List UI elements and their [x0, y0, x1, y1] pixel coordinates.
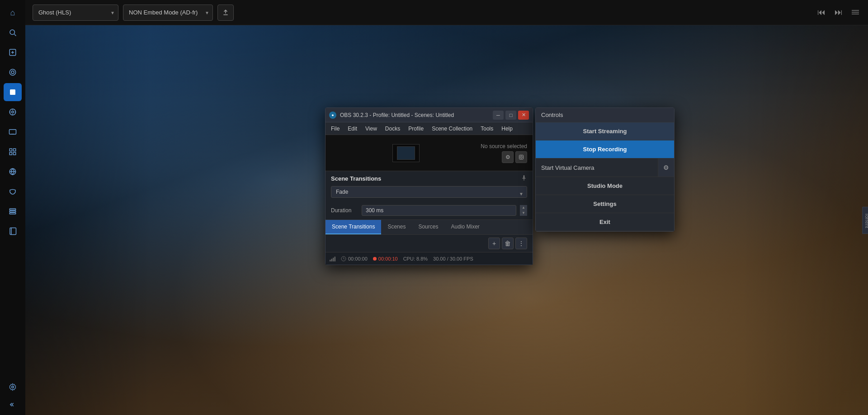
sidebar-icon-layers[interactable] [4, 202, 22, 220]
top-bar-left: Ghost (HLS)Ghost (RTMP)Direct Stream ▼ N… [33, 5, 234, 21]
obs-section-header: Scene Transitions [331, 175, 527, 182]
next-button[interactable]: ⏭ [833, 6, 844, 19]
sidebar-icon-circle[interactable] [4, 63, 22, 81]
obs-menubar: File Edit View Docks Profile Scene Colle… [326, 122, 533, 135]
svg-rect-33 [524, 175, 524, 178]
obs-tab-sources[interactable]: Sources [412, 220, 444, 234]
svg-line-1 [14, 34, 16, 36]
obs-statusbar: 00:00:00 00:00:10 CPU: 8.8% 30.00 / 30.0… [326, 252, 533, 265]
sidebar-collapse-button[interactable] [4, 398, 22, 411]
sidebar-icon-home[interactable]: ⌂ [4, 4, 22, 22]
expand-button[interactable] [850, 6, 861, 19]
svg-point-6 [11, 71, 14, 74]
obs-source-btn[interactable] [515, 151, 527, 163]
sidebar-icon-wheel[interactable] [4, 103, 22, 121]
sidebar-icon-tv[interactable] [4, 123, 22, 141]
obs-duration-row: Duration ▲ ▼ [331, 205, 527, 216]
obs-preview-area: No source selected ⚙ [326, 135, 533, 171]
obs-remove-button[interactable]: 🗑 [502, 238, 514, 249]
obs-menu-profile[interactable]: Profile [405, 124, 427, 133]
obs-mini-preview [392, 144, 420, 162]
sidebar-icon-grid[interactable] [4, 143, 22, 161]
sidebar: ⌂ [0, 0, 25, 415]
obs-tab-audio-mixer[interactable]: Audio Mixer [444, 220, 486, 234]
studio-mode-button[interactable]: Studio Mode [536, 177, 674, 195]
sidebar-icon-add[interactable] [4, 43, 22, 61]
sidebar-icon-book[interactable] [4, 222, 22, 240]
obs-cpu-status: CPU: 8.8% [403, 256, 428, 261]
upload-button[interactable] [217, 5, 234, 21]
exit-button[interactable]: Exit [536, 213, 674, 231]
obs-menu-scene-collection[interactable]: Scene Collection [428, 124, 476, 133]
obs-menu-view[interactable]: View [362, 124, 381, 133]
prev-button[interactable]: ⏮ [816, 6, 827, 19]
obs-duration-spinners: ▲ ▼ [520, 205, 527, 216]
svg-rect-36 [333, 257, 334, 261]
obs-maximize-button[interactable]: □ [505, 111, 516, 120]
svg-point-9 [12, 111, 14, 113]
obs-transition-type-wrapper: Fade ▼ [331, 186, 527, 201]
obs-menu-docks[interactable]: Docks [382, 124, 404, 133]
obs-pin-button[interactable] [521, 175, 527, 182]
obs-duration-down[interactable]: ▼ [520, 210, 527, 216]
mode-dropdown[interactable]: NON Embed Mode (AD-fr)Embed ModeDirect M… [123, 5, 213, 21]
obs-tab-scenes[interactable]: Scenes [381, 220, 412, 234]
svg-point-26 [12, 386, 14, 388]
svg-rect-31 [519, 155, 524, 159]
sidebar-icon-square[interactable] [4, 83, 22, 101]
svg-point-5 [9, 69, 16, 75]
obs-settings-btn[interactable]: ⚙ [502, 151, 514, 163]
obs-menu-edit[interactable]: Edit [344, 124, 361, 133]
svg-rect-14 [9, 130, 16, 135]
obs-more-button[interactable]: ⋮ [515, 238, 527, 249]
obs-window: ● OBS 30.2.3 - Profile: Untitled - Scene… [325, 107, 533, 265]
virtual-camera-settings-button[interactable]: ⚙ [658, 159, 674, 177]
obs-window-buttons: ─ □ ✕ [493, 111, 529, 120]
obs-add-button[interactable]: + [488, 238, 500, 249]
sidebar-icon-mask[interactable] [4, 182, 22, 201]
obs-title: OBS 30.2.3 - Profile: Untitled - Scenes:… [340, 112, 489, 118]
obs-menu-help[interactable]: Help [498, 124, 516, 133]
sidebar-icon-settings[interactable] [4, 378, 22, 396]
top-bar-right: ⏮ ⏭ [816, 6, 861, 19]
obs-fps-status: 30.00 / 30.00 FPS [433, 256, 473, 261]
obs-duration-up[interactable]: ▲ [520, 205, 527, 210]
obs-signal-status [329, 256, 335, 262]
controls-panel: Controls Start Streaming Stop Recording … [535, 107, 675, 232]
obs-titlebar: ● OBS 30.2.3 - Profile: Untitled - Scene… [326, 108, 533, 122]
obs-record-time: 00:00:10 [378, 256, 398, 261]
svg-rect-24 [9, 213, 16, 214]
obs-duration-label: Duration [331, 207, 358, 214]
obs-no-source-label: No source selected [481, 143, 527, 149]
obs-transition-type-dropdown[interactable]: Fade [331, 186, 527, 198]
obs-tab-scene-transitions[interactable]: Scene Transitions [326, 220, 381, 234]
torrent-tab[interactable]: Torrent [862, 206, 868, 233]
obs-toolbar: + 🗑 ⋮ [326, 235, 533, 252]
sidebar-icon-search[interactable] [4, 23, 22, 42]
sidebar-icon-globe[interactable] [4, 163, 22, 181]
profile-dropdown-wrapper: Ghost (HLS)Ghost (RTMP)Direct Stream ▼ [33, 5, 118, 21]
profile-dropdown[interactable]: Ghost (HLS)Ghost (RTMP)Direct Stream [33, 5, 118, 21]
obs-menu-tools[interactable]: Tools [477, 124, 497, 133]
obs-cpu-value: CPU: 8.8% [403, 256, 428, 261]
mode-dropdown-wrapper: NON Embed Mode (AD-fr)Embed ModeDirect M… [123, 5, 213, 21]
svg-rect-35 [331, 259, 332, 261]
obs-close-button[interactable]: ✕ [518, 111, 529, 120]
top-bar: Ghost (HLS)Ghost (RTMP)Direct Stream ▼ N… [25, 0, 868, 25]
svg-rect-16 [9, 149, 12, 151]
svg-rect-17 [14, 149, 16, 151]
svg-rect-18 [9, 153, 12, 155]
obs-record-status: 00:00:10 [373, 256, 398, 261]
svg-rect-23 [9, 211, 16, 212]
obs-scene-transitions-title: Scene Transitions [331, 175, 381, 182]
stop-recording-button[interactable]: Stop Recording [536, 140, 674, 159]
obs-stream-time-value: 00:00:00 [348, 256, 368, 261]
controls-panel-header: Controls [536, 108, 674, 122]
settings-button[interactable]: Settings [536, 195, 674, 213]
svg-rect-7 [10, 89, 15, 95]
obs-duration-input[interactable] [362, 205, 516, 216]
obs-menu-file[interactable]: File [327, 124, 343, 133]
start-streaming-button[interactable]: Start Streaming [536, 122, 674, 140]
obs-minimize-button[interactable]: ─ [493, 111, 504, 120]
start-virtual-camera-button[interactable]: Start Virtual Camera [536, 160, 658, 176]
